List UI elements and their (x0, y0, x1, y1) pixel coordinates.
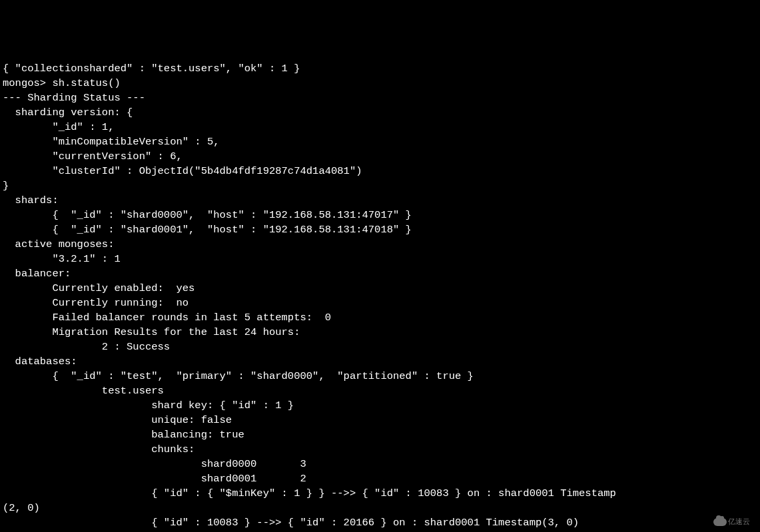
output-line: Currently enabled: yes (3, 282, 194, 294)
output-line: Migration Results for the last 24 hours: (3, 326, 300, 338)
cloud-icon (713, 518, 727, 526)
output-line: 2 : Success (3, 341, 170, 353)
output-line: Failed balancer rounds in last 5 attempt… (3, 312, 331, 324)
output-line: test.users (3, 385, 164, 397)
output-line: "minCompatibleVersion" : 5, (3, 136, 220, 148)
watermark-logo: 亿速云 (708, 513, 755, 531)
output-line: Currently running: no (3, 297, 189, 309)
output-line: { "id" : { "$minKey" : 1 } } -->> { "id"… (3, 487, 616, 499)
terminal-output[interactable]: { "collectionsharded" : "test.users", "o… (3, 61, 757, 532)
output-line: { "_id" : "shard0000", "host" : "192.168… (3, 209, 412, 221)
output-line: balancing: true (3, 429, 244, 441)
watermark-text: 亿速云 (728, 515, 750, 529)
output-line: shard0001 2 (3, 473, 306, 485)
output-line: (2, 0) (3, 502, 40, 514)
output-line: shard0000 3 (3, 458, 306, 470)
output-line: { "collectionsharded" : "test.users", "o… (3, 63, 300, 75)
output-line: "currentVersion" : 6, (3, 150, 183, 162)
output-line: { "id" : 10083 } -->> { "id" : 20166 } o… (3, 517, 579, 529)
output-line: databases: (3, 356, 77, 368)
output-line: { "_id" : "test", "primary" : "shard0000… (3, 370, 474, 382)
output-line: { "_id" : "shard0001", "host" : "192.168… (3, 224, 412, 236)
output-line: chunks: (3, 443, 194, 455)
output-line: "_id" : 1, (3, 121, 114, 133)
output-line: unique: false (3, 414, 232, 426)
output-line: "3.2.1" : 1 (3, 253, 121, 265)
output-line: "clusterId" : ObjectId("5b4db4fdf19287c7… (3, 165, 362, 177)
output-line: balancer: (3, 268, 71, 280)
output-line: } (3, 180, 9, 192)
output-line: sharding version: { (3, 107, 133, 119)
output-line: active mongoses: (3, 238, 114, 250)
output-line: shard key: { "id" : 1 } (3, 399, 294, 411)
output-line: --- Sharding Status --- (3, 92, 145, 104)
output-line: shards: (3, 194, 59, 206)
output-line: mongos> sh.status() (3, 77, 121, 89)
